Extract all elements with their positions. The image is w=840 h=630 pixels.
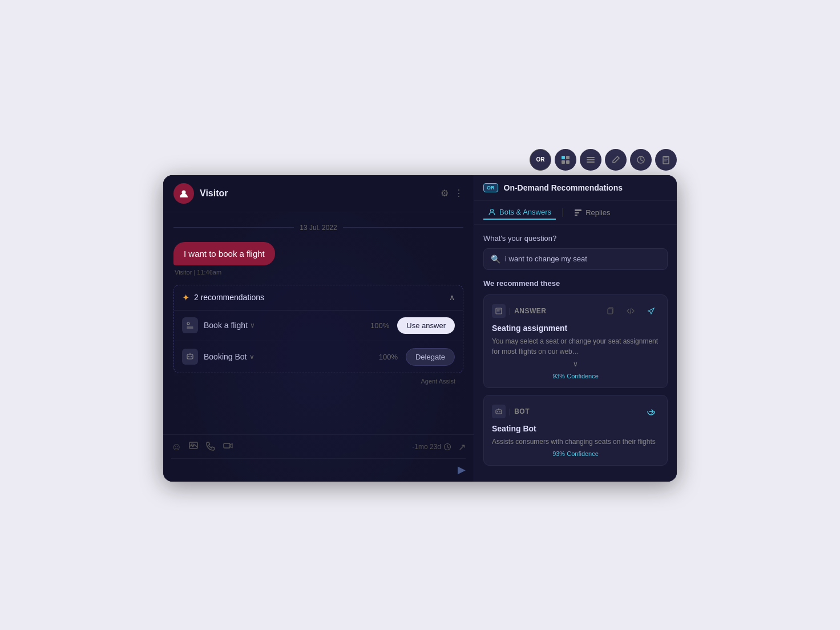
- search-question-label: What's your question?: [483, 234, 668, 243]
- chat-toolbar: ☺: [171, 441, 466, 459]
- rec-header: ✦ 2 recommendations ∧: [174, 285, 463, 310]
- or-icon-btn[interactable]: OR: [530, 149, 551, 171]
- svg-rect-12: [187, 354, 193, 359]
- svg-rect-21: [575, 212, 579, 213]
- chat-body: 13 Jul. 2022 I want to book a flight Vis…: [163, 212, 474, 434]
- svg-point-11: [187, 322, 189, 325]
- answer-card-type-row: | ANSWER: [492, 303, 659, 319]
- chat-input-row: ▶: [171, 463, 466, 476]
- tab-replies[interactable]: Replies: [570, 206, 615, 219]
- bot-card-actions: [643, 403, 659, 419]
- visitor-message-bubble: I want to book a flight: [173, 242, 275, 265]
- use-answer-btn[interactable]: Use answer: [397, 317, 455, 334]
- rec-title: ✦ 2 recommendations: [182, 292, 264, 303]
- time-label: -1mo 23d: [412, 443, 451, 451]
- date-line-left: [173, 227, 294, 228]
- book-flight-icon: [182, 317, 198, 333]
- rec-item-label-book: Book a flight ∨: [204, 321, 370, 330]
- answer-sep: |: [509, 307, 511, 315]
- svg-rect-17: [224, 443, 230, 448]
- rec-item-label-bot: Booking Bot ∨: [204, 352, 379, 361]
- clipboard-icon-btn[interactable]: [655, 149, 677, 171]
- bot-card-desc: Assists consumers with changing seats on…: [492, 437, 659, 447]
- right-tabs: Bots & Answers | Replies: [474, 201, 677, 225]
- bot-type-icon: [492, 405, 506, 418]
- message-meta: Visitor | 11:46am: [173, 269, 463, 276]
- answer-type-label: ANSWER: [514, 307, 546, 315]
- panels-icon-btn[interactable]: [555, 149, 576, 171]
- svg-rect-20: [575, 209, 581, 211]
- attachment-icon[interactable]: [188, 441, 199, 454]
- bot-sep: |: [509, 407, 511, 415]
- rec-item-pct-bot: 100%: [379, 353, 398, 361]
- code-icon-btn[interactable]: [623, 303, 639, 319]
- svg-point-19: [491, 209, 494, 212]
- right-panel-title: On-Demand Recommendations: [504, 183, 668, 192]
- right-panel: OR On-Demand Recommendations Bots & Answ…: [474, 175, 677, 482]
- avatar: [173, 183, 194, 204]
- rec-item-pct-book: 100%: [370, 321, 389, 330]
- settings-icon[interactable]: ⚙: [441, 188, 449, 199]
- video-icon[interactable]: [223, 441, 233, 454]
- delegate-btn[interactable]: Delegate: [406, 348, 455, 366]
- answer-card-title: Seating assignment: [492, 324, 659, 333]
- svg-rect-5: [587, 159, 595, 160]
- svg-rect-9: [664, 156, 668, 158]
- svg-point-13: [188, 356, 189, 357]
- bot-card-type-row: | BOT: [492, 403, 659, 419]
- svg-rect-1: [566, 156, 570, 159]
- bot-card: | BOT Seating Bot Assists con: [483, 395, 668, 466]
- svg-point-26: [497, 411, 498, 412]
- svg-rect-2: [562, 160, 565, 164]
- rec-collapse-btn[interactable]: ∧: [449, 293, 455, 302]
- chat-input-area: ☺: [163, 434, 474, 482]
- chat-input[interactable]: [171, 465, 458, 474]
- copy-icon-btn[interactable]: [602, 303, 618, 319]
- more-icon[interactable]: ⋮: [454, 188, 463, 199]
- delegate-bot-btn[interactable]: [643, 403, 659, 419]
- top-icon-bar: OR: [530, 149, 682, 171]
- recommendations-box: ✦ 2 recommendations ∧: [173, 285, 463, 373]
- grid-icon-btn[interactable]: [580, 149, 601, 171]
- chat-panel: Visitor ⚙ ⋮ 13 Jul. 2022 I want to book …: [163, 175, 474, 482]
- rec-item-booking-bot: Booking Bot ∨ 100% Delegate: [174, 341, 463, 373]
- search-icon: 🔍: [491, 255, 500, 264]
- or-small-badge: OR: [483, 183, 498, 192]
- svg-rect-22: [575, 215, 578, 216]
- right-body: What's your question? 🔍 We recommend the…: [474, 225, 677, 482]
- agent-assist-label: Agent Assist: [173, 373, 463, 385]
- svg-rect-4: [587, 157, 595, 158]
- chat-title: Visitor: [200, 188, 441, 199]
- rec-item-book-flight: Book a flight ∨ 100% Use answer: [174, 310, 463, 341]
- svg-rect-25: [496, 410, 502, 414]
- search-box: 🔍: [483, 248, 668, 270]
- svg-rect-24: [608, 309, 612, 314]
- emoji-icon[interactable]: ☺: [171, 441, 181, 453]
- answer-card-expand[interactable]: ∨: [492, 360, 659, 368]
- svg-point-27: [499, 411, 500, 412]
- send-button[interactable]: ▶: [458, 463, 466, 476]
- send-answer-btn[interactable]: [643, 303, 659, 319]
- bot-card-title: Seating Bot: [492, 424, 659, 433]
- chat-header: Visitor ⚙ ⋮: [163, 175, 474, 212]
- search-input[interactable]: [505, 255, 660, 263]
- tab-bots-answers[interactable]: Bots & Answers: [483, 205, 556, 220]
- edit-icon-btn[interactable]: [605, 149, 627, 171]
- answer-card: | ANSWER: [483, 294, 668, 388]
- date-divider: 13 Jul. 2022: [173, 224, 463, 232]
- svg-rect-6: [587, 161, 595, 163]
- main-container: Visitor ⚙ ⋮ 13 Jul. 2022 I want to book …: [163, 175, 677, 482]
- answer-type-icon: [492, 304, 506, 318]
- expand-icon[interactable]: ↗: [458, 442, 466, 453]
- answer-card-confidence: 93% Confidence: [492, 373, 659, 379]
- answer-card-actions: [602, 303, 659, 319]
- chat-header-icons: ⚙ ⋮: [441, 188, 463, 199]
- history-icon-btn[interactable]: [630, 149, 652, 171]
- rec-sun-icon: ✦: [182, 292, 189, 303]
- recommend-label: We recommend these: [483, 279, 668, 288]
- right-panel-header: OR On-Demand Recommendations: [474, 175, 677, 201]
- booking-bot-icon: [182, 349, 198, 365]
- phone-icon[interactable]: [205, 441, 216, 454]
- tab-divider: |: [559, 207, 566, 217]
- bot-type-label: BOT: [514, 407, 530, 415]
